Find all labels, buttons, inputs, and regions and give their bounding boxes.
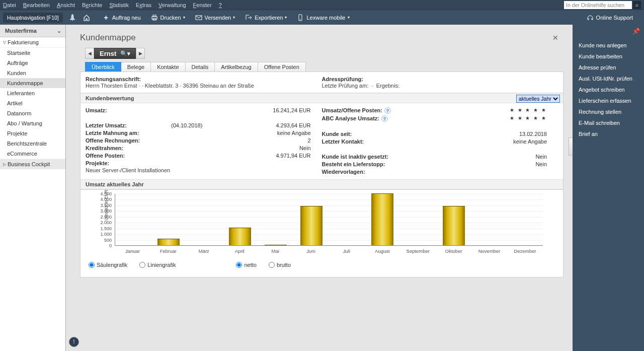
pin-icon[interactable]: 📌 [632, 28, 640, 35]
company-selector[interactable]: Musterfirma ⌄ [0, 25, 65, 37]
tab-kontakte[interactable]: Kontakte [151, 62, 185, 72]
x-tick: November [478, 248, 501, 254]
menu-ansicht[interactable]: Ansicht [57, 2, 75, 8]
menu-verwaltung[interactable]: Verwaltung [158, 2, 186, 8]
action-kunde-neu-anlegen[interactable]: Kunde neu anlegen [573, 40, 644, 51]
menu-extras[interactable]: Extras [136, 2, 151, 8]
sidebar-item-abowartung[interactable]: Abo / Wartung [0, 118, 65, 128]
kv-key: Projekte: [86, 160, 171, 166]
main-nav-toggle[interactable]: Hauptnavigation [F10] [3, 13, 63, 23]
right-sidebar: 📌 Kunde neu anlegenKunde bearbeitenAdres… [573, 25, 644, 351]
kv-value: Nein [535, 154, 558, 160]
menu-help[interactable]: ? [219, 2, 222, 8]
mobile-button[interactable]: Lexware mobile▾ [295, 12, 351, 23]
help-search-input[interactable]: In der Onlinehilfe suchen [564, 1, 632, 9]
kv-key: Offene Posten: [86, 153, 171, 159]
x-tick: April [235, 248, 245, 254]
action-e-mail-schreiben[interactable]: E-Mail schreiben [573, 117, 644, 128]
left-sidebar: Musterfirma ⌄ ▽Fakturierung StartseiteAu… [0, 25, 66, 351]
tab-belege[interactable]: Belege [121, 62, 151, 72]
plus-icon: + [103, 14, 110, 21]
alert-indicator[interactable]: ! [69, 337, 79, 347]
chevron-down-icon: ⌄ [57, 28, 61, 34]
radio-brutto[interactable]: brutto [269, 262, 291, 268]
action-angebot-schreiben[interactable]: Angebot schreiben [573, 84, 644, 95]
eval-section-header: Kundenbewertung aktuelles Jahr [80, 93, 563, 103]
info-panel: Rechnungsanschrift: Herrn Thorsten Ernst… [80, 72, 564, 190]
kv-value: keine Angabe [513, 138, 558, 145]
menu-bearbeiten[interactable]: Bearbeiten [23, 2, 50, 8]
panel-resize-grip[interactable] [569, 137, 573, 156]
nav-group-fakturierung[interactable]: ▽Fakturierung [0, 37, 65, 48]
radio-line[interactable]: Liniengrafik [139, 262, 176, 268]
send-button[interactable]: Versenden▾ [193, 12, 237, 23]
support-label: Online Support [596, 15, 633, 21]
sidebar-item-kundenmappe[interactable]: Kundenmappe [0, 78, 65, 88]
export-button[interactable]: Exportieren▾ [243, 12, 289, 23]
x-tick: September [407, 248, 430, 254]
sidebar-item-auftrge[interactable]: Aufträge [0, 58, 65, 68]
prev-customer-button[interactable]: ◀ [85, 48, 94, 59]
action-kunde-bearbeiten[interactable]: Kunde bearbeiten [573, 51, 644, 62]
print-button[interactable]: Drucken▾ [149, 12, 187, 23]
action-rechnung-stellen[interactable]: Rechnung stellen [573, 106, 644, 117]
radio-netto[interactable]: netto [236, 262, 256, 268]
sidebar-item-startseite[interactable]: Startseite [0, 48, 65, 58]
action-lieferschein-erfassen[interactable]: Lieferschein erfassen [573, 95, 644, 106]
bar-februar [157, 239, 180, 245]
sidebar-item-kunden[interactable]: Kunden [0, 68, 65, 78]
tab-offeneposten[interactable]: Offene Posten [258, 62, 306, 72]
customer-name-box[interactable]: Ernst🔍▾ [94, 48, 136, 59]
x-axis-labels: JanuarFebruarMärzAprilMaiJuniJuliAugustS… [115, 247, 543, 257]
chart-section-header: Umsatz aktuelles Jahr [80, 179, 563, 189]
x-tick: Mai [271, 248, 279, 254]
caret-down-icon: ▾ [183, 15, 185, 20]
sidebar-item-artikel[interactable]: Artikel [0, 98, 65, 108]
action-adresse-pr-fen[interactable]: Adresse prüfen [573, 62, 644, 73]
kv-key: Letzte Mahnung am: [86, 130, 171, 136]
y-axis: 05001.0001.5002.0002.5003.0003.5004.0004… [98, 194, 113, 246]
x-tick: Februar [160, 248, 177, 254]
menu-fenster[interactable]: Fenster [193, 2, 212, 8]
close-button[interactable]: ✕ [550, 33, 560, 43]
home-button[interactable] [81, 12, 95, 23]
help-icon[interactable]: ? [384, 107, 391, 114]
support-button[interactable]: Online Support [585, 12, 635, 23]
sidebar-item-ecommerce[interactable]: eCommerce [0, 149, 65, 159]
kv-key: Besteht ein Lieferstopp: [322, 161, 423, 167]
sidebar-item-datanorm[interactable]: Datanorm [0, 108, 65, 118]
x-tick: Juni [306, 248, 315, 254]
printer-icon [151, 14, 158, 21]
action-brief-an[interactable]: Brief an [573, 128, 644, 139]
sidebar-item-lieferanten[interactable]: Lieferanten [0, 88, 65, 98]
toolbar: Hauptnavigation [F10] +Auftrag neu Druck… [0, 10, 644, 25]
nav-group-cockpit[interactable]: ▷Business Cockpit [0, 159, 65, 169]
radio-bar[interactable]: Säulengrafik [89, 262, 127, 268]
sidebar-item-berichtszentrale[interactable]: Berichtszentrale [0, 138, 65, 149]
x-tick: März [199, 248, 209, 254]
kv-key: Kunde ist inaktiv gesetzt: [322, 154, 423, 160]
next-customer-button[interactable]: ▶ [136, 48, 145, 59]
new-order-button[interactable]: +Auftrag neu [101, 12, 143, 23]
menu-datei[interactable]: Datei [3, 2, 16, 8]
menu-statistik[interactable]: Statistik [109, 2, 129, 8]
kv-value: 4.293,64 EUR [276, 122, 321, 128]
nav-group-label: Business Cockpit [8, 161, 50, 167]
mobile-label: Lexware mobile [306, 15, 345, 21]
tab-details[interactable]: Details [186, 62, 215, 72]
action-ausl--ust-idnr--pr-fen[interactable]: Ausl. USt-IdNr. prüfen [573, 73, 644, 84]
kv-value: 2 [307, 137, 321, 144]
help-icon[interactable]: ? [381, 115, 388, 122]
search-icon: 🔍▾ [120, 50, 130, 57]
period-select[interactable]: aktuelles Jahr [516, 95, 560, 103]
kv-key: Kunde seit: [322, 131, 423, 137]
expand-down-icon: ▽ [3, 40, 6, 45]
caret-down-icon: ▾ [285, 15, 287, 20]
nav-pin-icon[interactable] [68, 13, 77, 22]
tab-berblick[interactable]: Überblick [85, 62, 121, 72]
eval-left-column: Umsatz:16.241,24 EUR Letzter Umsatz: (04… [86, 106, 322, 175]
help-search-button[interactable]: ⌕ [633, 1, 641, 9]
tab-artikelbezug[interactable]: Artikelbezug [215, 62, 258, 72]
sidebar-item-projekte[interactable]: Projekte [0, 128, 65, 138]
menu-berichte[interactable]: Berichte [82, 2, 102, 8]
